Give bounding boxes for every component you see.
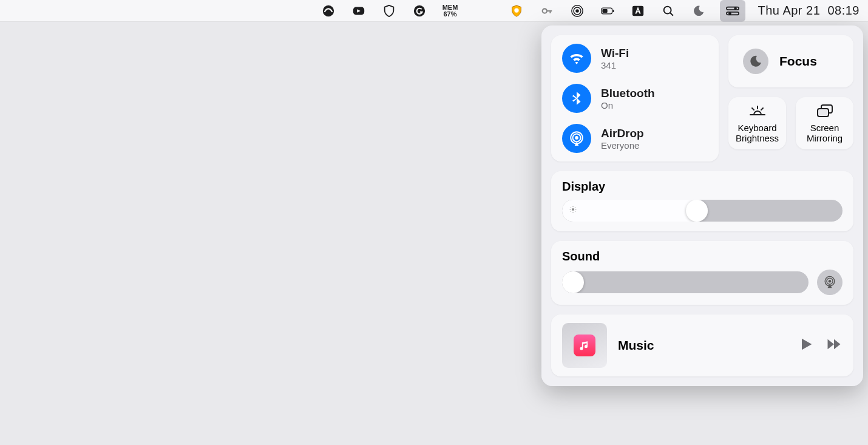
sound-tile: Sound	[551, 241, 853, 305]
airplay-audio-button[interactable]	[817, 270, 843, 295]
facetime-icon[interactable]	[350, 0, 368, 22]
svg-point-22	[572, 208, 574, 211]
control-center-icon[interactable]	[720, 0, 745, 22]
svg-point-16	[729, 12, 732, 15]
memory-indicator[interactable]: MEM 67%	[441, 0, 459, 22]
date-time[interactable]: Thu Apr 21 08:19	[758, 0, 860, 22]
screen-mirroring-tile[interactable]: Screen Mirroring	[796, 97, 853, 149]
control-center-panel: Wi-Fi341 BluetoothOn AirDropEveryone Foc…	[541, 25, 863, 386]
screen-mirroring-icon	[816, 103, 834, 119]
blank-gap	[471, 2, 495, 20]
battery-icon[interactable]	[598, 0, 617, 22]
svg-point-17	[575, 136, 578, 140]
date-text: Thu Apr 21	[758, 4, 820, 18]
music-tile: Music	[551, 314, 853, 376]
svg-rect-10	[613, 9, 614, 12]
svg-rect-13	[727, 7, 739, 10]
focus-label: Focus	[779, 54, 817, 69]
play-button[interactable]	[798, 336, 815, 355]
svg-point-3	[515, 8, 519, 12]
input-source-icon[interactable]	[629, 0, 647, 22]
svg-point-5	[576, 9, 580, 13]
focus-tile[interactable]: Focus	[728, 35, 853, 87]
grammarly-icon[interactable]	[410, 0, 429, 22]
brightness-low-icon	[568, 205, 578, 217]
svg-point-12	[664, 6, 671, 13]
now-playing-artwork[interactable]	[562, 323, 607, 368]
shield-outline-icon[interactable]	[380, 0, 398, 22]
sound-slider[interactable]	[562, 271, 809, 293]
bluetooth-title: Bluetooth	[601, 87, 655, 100]
wifi-status: 341	[601, 60, 629, 70]
airdrop-icon	[562, 124, 591, 153]
do-not-disturb-icon[interactable]	[690, 0, 708, 22]
spotlight-icon[interactable]	[659, 0, 677, 22]
music-label: Music	[618, 338, 787, 353]
airdrop-menubar-icon[interactable]	[568, 0, 586, 22]
wifi-toggle[interactable]: Wi-Fi341	[562, 44, 708, 73]
wifi-icon	[562, 44, 591, 73]
svg-rect-15	[727, 12, 739, 15]
svg-point-23	[829, 280, 832, 283]
bluetooth-toggle[interactable]: BluetoothOn	[562, 84, 708, 113]
time-text: 08:19	[827, 4, 860, 18]
screen-mirroring-label: Screen Mirroring	[798, 123, 851, 143]
next-track-button[interactable]	[826, 336, 843, 355]
svg-point-2	[414, 5, 425, 16]
key-icon[interactable]	[538, 0, 556, 22]
svg-rect-9	[603, 8, 608, 12]
music-app-icon	[574, 335, 595, 356]
keyboard-brightness-icon	[748, 103, 767, 119]
svg-rect-21	[818, 109, 829, 117]
bluetooth-status: On	[601, 100, 655, 110]
svg-point-14	[734, 7, 737, 10]
airdrop-status: Everyone	[601, 140, 644, 151]
sound-heading: Sound	[562, 250, 843, 263]
wifi-title: Wi-Fi	[601, 47, 629, 60]
bluetooth-icon	[562, 84, 591, 113]
keyboard-brightness-label: Keyboard Brightness	[731, 123, 784, 143]
airdrop-title: AirDrop	[601, 127, 644, 140]
keyboard-brightness-tile[interactable]: Keyboard Brightness	[728, 97, 786, 149]
trend-icon[interactable]	[319, 0, 337, 22]
security-shield-icon[interactable]	[507, 0, 526, 22]
display-slider[interactable]	[562, 200, 843, 222]
menubar: MEM 67% Thu Apr 21 08:19	[0, 0, 868, 22]
mem-label: MEM	[442, 4, 458, 11]
svg-point-4	[543, 8, 547, 13]
display-tile: Display	[551, 171, 853, 231]
focus-moon-icon	[743, 49, 768, 74]
display-heading: Display	[562, 180, 843, 194]
airdrop-toggle[interactable]: AirDropEveryone	[562, 124, 708, 153]
mem-value: 67%	[443, 11, 456, 18]
connectivity-tile: Wi-Fi341 BluetoothOn AirDropEveryone	[551, 35, 719, 161]
